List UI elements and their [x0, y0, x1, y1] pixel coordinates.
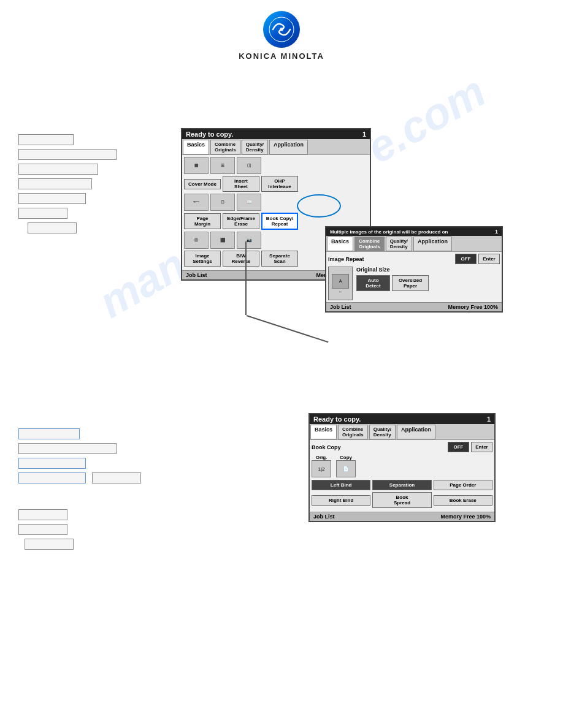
mid-orig-icon: A ↔ [328, 267, 353, 300]
separate-scan-btn[interactable]: SeparateScan [261, 251, 298, 267]
top-screen-tabs: Basics CombineOriginals Quality/Density … [182, 139, 370, 155]
oversized-paper-btn[interactable]: OversizedPaper [392, 275, 429, 291]
book-copy-label: Book Copy [312, 444, 341, 450]
top-icon-9: 📷 [237, 232, 261, 249]
book-erase-btn[interactable]: Book Erase [434, 495, 492, 506]
original-size-label: Original Size [356, 267, 500, 273]
bottom-footer-memory: Memory Free 100% [440, 514, 491, 520]
connector-vertical [245, 241, 247, 315]
auto-detect-btn[interactable]: AutoDetect [356, 275, 390, 291]
top-tab-quality[interactable]: Quality/Density [242, 140, 268, 154]
top-icon-1: ▦ [184, 157, 209, 174]
mid-footer-memory: Memory Free 100% [448, 304, 498, 310]
original-size-section: Original Size AutoDetect OversizedPaper [356, 267, 500, 291]
label-bot-8 [25, 539, 74, 550]
brand-name: KONICA MINOLTA [239, 51, 324, 61]
mid-tab-application[interactable]: Application [413, 237, 452, 251]
bottom-screen-status: Ready to copy. [313, 415, 361, 423]
mid-tab-basics[interactable]: Basics [327, 237, 353, 251]
insert-sheet-btn[interactable]: InsertSheet [223, 176, 259, 192]
top-icon-6: 📖 [237, 194, 261, 211]
top-icon-2: ⊞ [210, 157, 235, 174]
book-copy-repeat-btn[interactable]: Book Copy/Repeat [261, 213, 298, 230]
top-icon-4: ⟵ [184, 194, 209, 211]
ohp-interleave-btn[interactable]: OHPInterleave [261, 176, 298, 192]
label-bot-6 [18, 509, 67, 520]
page-margin-btn[interactable]: PageMargin [184, 213, 221, 229]
label-bot-3 [18, 458, 86, 469]
image-repeat-label: Image Repeat [328, 256, 364, 262]
orig-label: Orig. [316, 455, 327, 460]
cover-mode-btn[interactable]: Cover Mode [184, 179, 221, 189]
mid-tab-quality[interactable]: Quality/Density [386, 237, 412, 251]
top-tab-application[interactable]: Application [269, 140, 308, 154]
bw-reverse-btn[interactable]: B/WReverse [223, 251, 259, 267]
label-bot-2 [18, 443, 117, 454]
mid-tab-combine[interactable]: CombineOriginals [354, 237, 385, 251]
label-top-7 [28, 222, 77, 233]
orig-icon: 1|2 [312, 460, 331, 477]
bottom-tab-combine[interactable]: CombineOriginals [338, 425, 368, 439]
top-screen-status: Ready to copy. [186, 131, 233, 138]
copy-section: Copy 📄 [336, 455, 356, 477]
bottom-tab-basics[interactable]: Basics [310, 425, 337, 439]
label-top-4 [18, 178, 92, 189]
bottom-screen-tabs: Basics CombineOriginals Quality/Density … [310, 424, 494, 440]
orig-section: Orig. 1|2 [312, 455, 331, 477]
image-repeat-off[interactable]: OFF [455, 254, 477, 264]
mid-screen-tabs: Basics CombineOriginals Quality/Density … [326, 236, 502, 252]
konica-minolta-logo [263, 11, 300, 48]
label-bot-5 [92, 472, 141, 483]
top-screen-page: 1 [362, 131, 366, 138]
top-tab-combine[interactable]: CombineOriginals [210, 140, 240, 154]
separation-btn[interactable]: Separation [372, 480, 431, 490]
top-footer-joblist[interactable]: Job List [186, 272, 207, 278]
mid-footer-joblist[interactable]: Job List [330, 304, 351, 310]
label-bot-4 [18, 472, 86, 483]
label-bot-1 [18, 428, 80, 439]
image-repeat-enter[interactable]: Enter [478, 254, 500, 264]
mid-screen-footer: Job List Memory Free 100% [326, 302, 502, 311]
label-top-3 [18, 164, 98, 175]
top-tab-basics[interactable]: Basics [183, 140, 209, 154]
top-icon-8: ⬛ [210, 232, 235, 249]
top-icon-7: ⊞ [184, 232, 209, 249]
book-copy-off[interactable]: OFF [448, 442, 469, 452]
bottom-tab-quality[interactable]: Quality/Density [369, 425, 396, 439]
label-top-2 [18, 149, 117, 160]
page-order-btn[interactable]: Page Order [434, 480, 492, 490]
book-copy-enter[interactable]: Enter [471, 442, 492, 452]
label-top-5 [18, 193, 86, 204]
right-bind-btn[interactable]: Right Bind [312, 495, 370, 506]
bottom-screen-footer: Job List Memory Free 100% [310, 512, 494, 521]
left-labels-top [18, 134, 117, 237]
edge-frame-erase-btn[interactable]: Edge/FrameErase [223, 213, 259, 229]
bottom-tab-application[interactable]: Application [397, 425, 435, 439]
left-bind-btn[interactable]: Left Bind [312, 480, 370, 490]
left-labels-bottom [18, 428, 141, 553]
label-bot-7 [18, 524, 67, 535]
bottom-machine-screen: Ready to copy. 1 Basics CombineOriginals… [308, 413, 496, 522]
mid-screen-page: 1 [495, 229, 498, 235]
label-top-6 [18, 208, 67, 219]
copy-label: Copy [340, 455, 352, 460]
connector-diagonal [247, 315, 329, 343]
copy-icon: 📄 [336, 460, 356, 477]
label-top-1 [18, 134, 74, 145]
image-settings-btn[interactable]: ImageSettings [184, 251, 221, 267]
top-icon-3: ◫ [237, 157, 261, 174]
svg-point-1 [280, 28, 283, 31]
book-spread-btn[interactable]: BookSpread [372, 492, 431, 508]
mid-machine-screen: Multiple images of the original will be … [325, 226, 503, 313]
top-icon-5: ⊡ [210, 194, 235, 211]
bottom-screen-page: 1 [487, 415, 491, 423]
mid-screen-status: Multiple images of the original will be … [330, 229, 495, 235]
logo-area: KONICA MINOLTA [0, 0, 563, 61]
bottom-footer-joblist[interactable]: Job List [313, 514, 335, 520]
